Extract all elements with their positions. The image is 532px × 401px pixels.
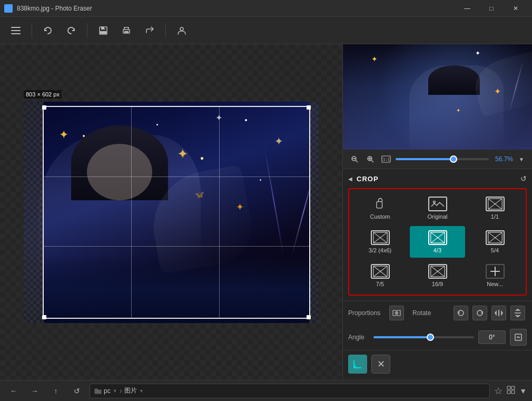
crop-item-1-1[interactable]: 1/1 — [467, 192, 523, 224]
separator-1 — [32, 23, 32, 38]
svg-rect-5 — [100, 31, 106, 34]
sparkle-1: ✦ — [59, 128, 68, 142]
titlebar: 838kmo.jpg - Photo Eraser — □ ✕ — [0, 0, 532, 17]
crop-item-new[interactable]: New... — [467, 260, 523, 291]
zoom-fit-button[interactable]: 1:1 — [380, 153, 392, 165]
path-separator-1: › — [120, 386, 122, 396]
flip-v-button[interactable] — [510, 306, 525, 320]
zoom-controls: 1:1 56.7% ▼ — [343, 150, 532, 169]
path-pc-dropdown[interactable]: ▼ — [113, 388, 117, 394]
star-3 — [201, 157, 203, 160]
view-options-button[interactable] — [507, 386, 515, 396]
account-button[interactable] — [172, 21, 191, 40]
svg-rect-8 — [124, 31, 129, 33]
star-2 — [156, 124, 158, 125]
crop-3-2-label: 3/2 (4x6) — [369, 247, 391, 253]
window-title: 838kmo.jpg - Photo Eraser — [17, 5, 451, 12]
crop-item-7-5[interactable]: 7/5 — [352, 260, 408, 291]
svg-point-20 — [433, 201, 435, 203]
canvas-image-container: 803 × 602 px ✦ ✦ ✦ ✦ ✦ ✦ — [24, 102, 319, 323]
forward-button[interactable]: → — [26, 383, 43, 399]
angle-slider[interactable] — [373, 332, 474, 343]
angle-row: Angle 0° — [343, 325, 532, 350]
svg-rect-50 — [507, 390, 510, 394]
zoom-in-button[interactable] — [364, 153, 377, 165]
crop-item-5-4[interactable]: 5/4 — [467, 226, 523, 258]
share-button[interactable] — [140, 21, 159, 40]
crop-cancel-button[interactable]: ✕ — [371, 355, 390, 374]
crop-item-4-3[interactable]: 4/3 — [410, 226, 465, 258]
crop-original-label: Original — [428, 213, 448, 220]
path-pictures-text: 图片 — [124, 386, 137, 395]
crop-item-custom[interactable]: Custom — [352, 192, 408, 224]
zoom-out-button[interactable] — [348, 153, 361, 165]
prev-character — [409, 65, 504, 150]
icon-new — [486, 264, 505, 279]
redo-button[interactable] — [62, 21, 81, 40]
path-pc: pc ▼ — [104, 387, 117, 395]
rotate-ccw-button[interactable] — [454, 306, 468, 320]
up-button[interactable]: ↑ — [47, 383, 64, 399]
crop-5-4-label: 5/4 — [491, 247, 499, 253]
rotate-cw-button[interactable] — [472, 306, 487, 320]
separator-2 — [87, 23, 87, 38]
svg-rect-1 — [11, 30, 21, 31]
back-button[interactable]: ← — [5, 383, 22, 399]
crop-collapse-button[interactable]: ◀ — [348, 176, 352, 182]
angle-slider-track — [373, 336, 474, 338]
icon-16-9 — [428, 264, 447, 279]
print-button[interactable] — [117, 21, 136, 40]
prev-sparkle-3: ✦ — [475, 50, 480, 57]
folder-icon — [94, 387, 102, 395]
zoom-slider-thumb[interactable] — [450, 155, 457, 163]
angle-slider-thumb[interactable] — [427, 334, 434, 341]
svg-rect-0 — [11, 27, 21, 28]
crop-item-16-9[interactable]: 16/9 — [410, 260, 465, 291]
refresh-button[interactable]: ↺ — [68, 383, 85, 399]
crop-item-original[interactable]: Original — [410, 192, 465, 224]
crop-custom-label: Custom — [370, 213, 390, 220]
undo-button[interactable] — [38, 21, 57, 40]
maximize-button[interactable]: □ — [479, 0, 504, 17]
butterfly: 🦋 — [195, 190, 204, 199]
minimize-button[interactable]: — — [455, 0, 479, 17]
path-pictures-dropdown[interactable]: ▼ — [139, 388, 144, 394]
crop-title: CROP — [357, 175, 379, 183]
zoom-expand-button[interactable]: ▼ — [516, 157, 527, 162]
svg-rect-48 — [507, 386, 510, 389]
close-button[interactable]: ✕ — [504, 0, 528, 17]
zoom-slider[interactable] — [396, 158, 489, 160]
svg-text:1:1: 1:1 — [383, 158, 390, 162]
crop-reset-button[interactable]: ↺ — [520, 174, 527, 183]
crop-item-3-2[interactable]: 3/2 (4x6) — [352, 226, 408, 258]
menu-button[interactable] — [6, 21, 25, 40]
sort-button[interactable]: ▼ — [519, 387, 527, 395]
flip-h-button[interactable] — [491, 306, 506, 320]
angle-input[interactable]: 0° — [478, 330, 506, 344]
proportions-toggle-button[interactable] — [389, 306, 404, 320]
prev-sparkle-1: ✦ — [371, 55, 378, 63]
svg-line-11 — [356, 160, 358, 162]
save-button[interactable] — [94, 21, 113, 40]
crop-16-9-label: 16/9 — [432, 281, 443, 287]
icon-4-3 — [428, 230, 447, 245]
star-5 — [260, 179, 261, 181]
path-pictures: 图片 ▼ — [124, 386, 144, 395]
transparent-left — [24, 102, 44, 323]
canvas-area[interactable]: 803 × 602 px ✦ ✦ ✦ ✦ ✦ ✦ — [0, 44, 342, 380]
water-reflection — [24, 257, 319, 323]
canvas-size-label: 803 × 602 px — [24, 90, 62, 99]
angle-slider-fill — [373, 336, 429, 338]
crop-4-3-label: 4/3 — [434, 247, 441, 253]
sparkle-4: ✦ — [215, 113, 222, 123]
window-controls: — □ ✕ — [455, 0, 528, 17]
icon-3-2 — [371, 230, 390, 245]
zoom-value: 56.7% — [492, 155, 513, 163]
crop-section: ◀ CROP ↺ Custom — [343, 169, 532, 301]
star-button[interactable]: ☆ — [494, 385, 503, 397]
path-pc-text: pc — [104, 387, 111, 395]
crop-apply-button[interactable] — [348, 355, 367, 374]
preview-art: ✦ ✦ ✦ ✦ ✦ — [343, 44, 532, 150]
angle-reset-button[interactable] — [510, 329, 527, 346]
app-icon — [4, 4, 13, 13]
